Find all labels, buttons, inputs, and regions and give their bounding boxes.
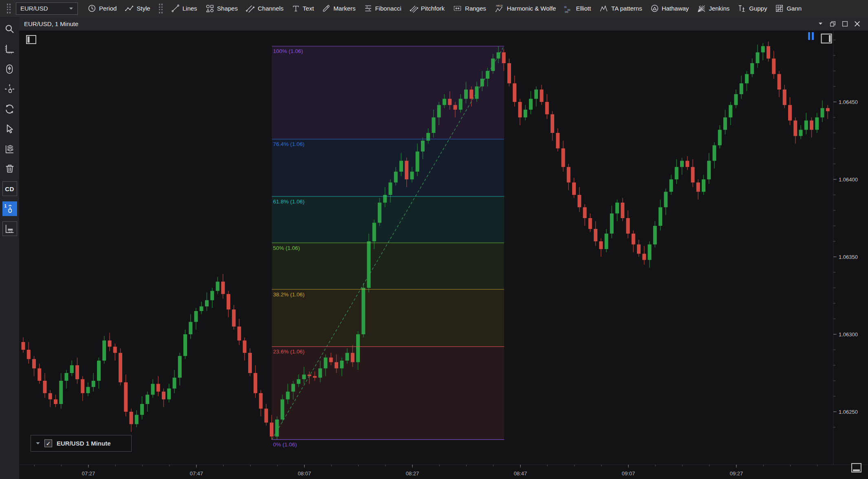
svg-text:(i): (i) <box>564 5 567 8</box>
sidebar-tool-scroll[interactable] <box>2 62 17 76</box>
trash-icon <box>4 163 15 174</box>
left-toolbar: CD1 <box>0 17 19 479</box>
toolbar-item-label: Guppy <box>749 5 767 12</box>
time-tick-label: 08:47 <box>514 470 527 477</box>
toolbar-item-period[interactable]: Period <box>84 0 121 17</box>
style-icon <box>125 4 134 13</box>
sidebar-tool-refresh[interactable] <box>2 102 17 116</box>
sidebar-tool-pointer[interactable] <box>2 121 17 136</box>
sidebar-tool-delete[interactable] <box>2 161 17 176</box>
elliott-icon: (i)(ii)(iii) <box>564 4 573 13</box>
toolbar-item-guppy[interactable]: Guppy <box>734 0 771 17</box>
maximize-icon[interactable] <box>839 18 851 29</box>
top-toolbar: EUR/USD PeriodStyle LinesShapesChannelsT… <box>0 0 868 17</box>
harmonic-icon: ABCD <box>494 4 504 13</box>
time-tick-label: 07:27 <box>82 470 95 477</box>
series-legend[interactable]: ✓ EUR/USD 1 Minute <box>31 435 132 452</box>
price-tick-label: 1.06250 <box>839 409 858 415</box>
sidebar-tool-tap-select[interactable]: 1 <box>2 201 17 216</box>
price-tick-label: 1.06400 <box>839 177 858 183</box>
toolbar-item-pitchfork[interactable]: Pitchfork <box>405 0 449 17</box>
time-tick-label: 09:27 <box>730 470 743 477</box>
measure-icon <box>4 223 15 234</box>
cd-icon: CD <box>5 185 14 192</box>
fib-label-38.2: 38.2% (1.06) <box>273 291 304 298</box>
toolbar-item-elliott[interactable]: (i)(ii)(iii)Elliott <box>560 0 595 17</box>
sidebar-tool-search[interactable] <box>2 22 17 36</box>
price-tick-label: 1.06300 <box>839 331 858 338</box>
toolbar-item-style[interactable]: Style <box>121 0 154 17</box>
fibonacci-icon <box>364 4 372 13</box>
toolbar-item-label: Elliott <box>576 5 591 12</box>
pitchfork-icon <box>410 4 418 13</box>
toolbar-item-label: Hathaway <box>662 5 689 12</box>
symbol-select[interactable]: EUR/USD <box>16 2 78 15</box>
fib-label-76.4: 76.4% (1.06) <box>273 141 304 147</box>
toolbar-item-fibonacci[interactable]: Fibonacci <box>360 0 405 17</box>
toolbar-item-ranges[interactable]: Ranges <box>449 0 490 17</box>
sidebar-tool-pan[interactable] <box>2 82 17 96</box>
fib-label-23.6: 23.6% (1.06) <box>273 349 304 355</box>
toolbar-item-gann[interactable]: Gann <box>771 0 806 17</box>
series-visibility-checkbox[interactable]: ✓ <box>44 439 52 447</box>
ranges-icon <box>453 4 462 13</box>
drag-handle[interactable] <box>159 4 163 13</box>
chart-area[interactable]: 100% (1.06)76.4% (1.06)61.8% (1.06)50% (… <box>19 31 868 479</box>
toolbar-item-label: Period <box>99 5 117 12</box>
toolbar-item-ta-patterns[interactable]: TA patterns <box>595 0 646 17</box>
layers-icon <box>4 143 15 155</box>
panel-right-icon[interactable] <box>820 33 833 44</box>
panel-bottom-icon[interactable] <box>851 463 862 473</box>
toolbar-item-channels[interactable]: Channels <box>242 0 287 17</box>
toolbar-item-label: Lines <box>183 5 197 12</box>
toolbar-item-label: Shapes <box>217 5 238 12</box>
fib-label-61.8: 61.8% (1.06) <box>273 199 304 205</box>
hathaway-icon <box>650 4 659 13</box>
toolbar-item-harmonic[interactable]: ABCDHarmonic & Wolfe <box>490 0 560 17</box>
toolbar-item-label: Jenkins <box>709 5 729 12</box>
panel-left-icon[interactable] <box>26 35 37 44</box>
toolbar-item-label: Harmonic & Wolfe <box>507 5 556 12</box>
pan-hand-icon <box>4 84 15 95</box>
axis-scale-icon <box>4 44 15 55</box>
line-icon <box>171 4 180 13</box>
toolbar-item-shapes[interactable]: Shapes <box>201 0 242 17</box>
candlestick-chart: 100% (1.06)76.4% (1.06)61.8% (1.06)50% (… <box>19 31 868 479</box>
restore-windows-icon[interactable] <box>826 18 839 29</box>
chevron-down-icon <box>69 7 73 10</box>
sidebar-tool-cd-indicator[interactable]: CD <box>2 181 17 196</box>
toolbar-item-hathaway[interactable]: Hathaway <box>646 0 693 17</box>
sidebar-tool-measure[interactable] <box>2 221 17 236</box>
sidebar-tool-axis-scale[interactable] <box>2 42 17 56</box>
toolbar-item-lines[interactable]: Lines <box>167 0 201 17</box>
shapes-icon <box>205 4 214 13</box>
chart-titlebar[interactable]: EUR/USD, 1 Minute <box>19 17 868 31</box>
drag-handle[interactable] <box>7 4 11 13</box>
toolbar-item-jenkins[interactable]: Jenkins <box>693 0 734 17</box>
close-icon[interactable] <box>851 18 863 29</box>
scroll-tool-icon <box>4 64 15 75</box>
pause-icon[interactable] <box>808 32 814 40</box>
marker-icon <box>322 4 330 13</box>
toolbar-item-text[interactable]: Text <box>288 0 318 17</box>
clock-icon <box>88 4 96 13</box>
toolbar-item-label: Gann <box>786 5 802 12</box>
cursor-icon <box>4 124 15 135</box>
toolbar-item-label: Pitchfork <box>421 5 445 12</box>
toolbar-item-label: TA patterns <box>611 5 642 12</box>
chart-title: EUR/USD, 1 Minute <box>24 20 78 27</box>
channels-icon <box>246 4 255 13</box>
time-axis[interactable]: 07:2707:4708:0708:2708:4709:0709:27 <box>35 465 817 477</box>
price-axis[interactable]: 1.064501.064001.063501.063001.06250 <box>833 40 858 427</box>
toolbar-item-markers[interactable]: Markers <box>318 0 359 17</box>
refresh-icon <box>4 104 15 115</box>
time-tick-label: 08:07 <box>298 470 311 477</box>
chevron-down-icon[interactable] <box>814 18 826 29</box>
toolbar-group-drawings: LinesShapesChannelsTextMarkersFibonacciP… <box>167 0 806 17</box>
sidebar-tool-layers[interactable] <box>2 141 17 156</box>
svg-text:ABCD: ABCD <box>496 4 503 7</box>
price-tick-label: 1.06350 <box>839 254 858 260</box>
symbol-select-value: EUR/USD <box>20 5 48 12</box>
toolbar-item-label: Ranges <box>465 5 486 12</box>
chevron-down-icon[interactable] <box>36 442 40 445</box>
